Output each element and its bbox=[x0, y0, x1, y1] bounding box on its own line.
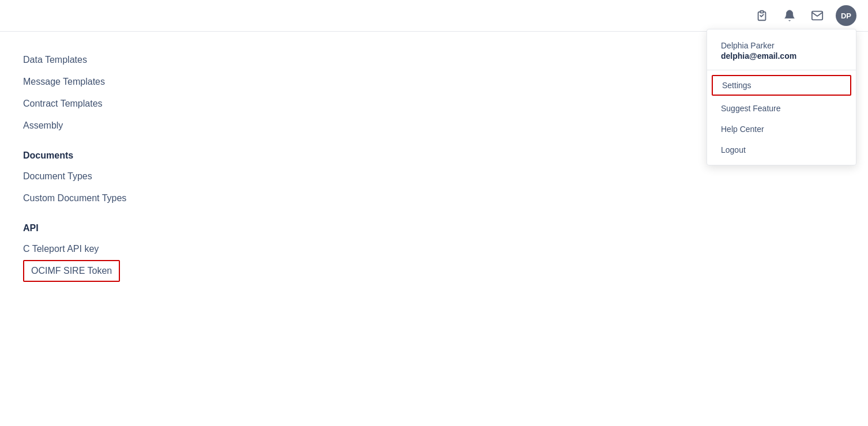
dropdown-item-logout[interactable]: Logout bbox=[707, 140, 856, 160]
avatar[interactable]: DP bbox=[836, 5, 856, 26]
dropdown-item-settings[interactable]: Settings bbox=[712, 75, 851, 96]
clipboard-icon[interactable] bbox=[753, 6, 771, 25]
bell-icon[interactable] bbox=[780, 6, 799, 25]
dropdown-user-info: Delphia Parker delphia@email.com bbox=[707, 39, 856, 70]
sidebar-item-ocimf-sire-token[interactable]: OCIMF SIRE Token bbox=[23, 260, 120, 282]
header: DP bbox=[0, 0, 868, 32]
sidebar-item-c-teleport-api-key[interactable]: C Teleport API key bbox=[23, 238, 845, 260]
dropdown-item-help-center[interactable]: Help Center bbox=[707, 119, 856, 140]
mail-icon[interactable] bbox=[808, 6, 826, 25]
dropdown-user-name: Delphia Parker bbox=[721, 41, 842, 50]
dropdown-user-email: delphia@email.com bbox=[721, 51, 842, 61]
api-section-header: API bbox=[23, 223, 845, 233]
api-section: API C Teleport API key OCIMF SIRE Token bbox=[23, 223, 845, 282]
sidebar-item-custom-document-types[interactable]: Custom Document Types bbox=[23, 187, 845, 209]
svg-rect-0 bbox=[760, 11, 764, 13]
dropdown-item-suggest-feature[interactable]: Suggest Feature bbox=[707, 98, 856, 119]
sidebar-item-document-types[interactable]: Document Types bbox=[23, 165, 845, 187]
user-dropdown-menu: Delphia Parker delphia@email.com Setting… bbox=[707, 29, 856, 165]
